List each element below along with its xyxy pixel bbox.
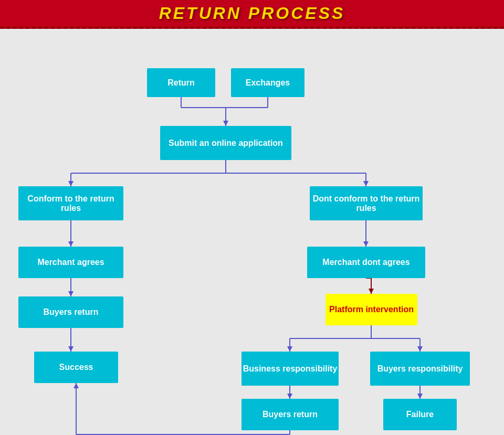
svg-marker-24 bbox=[223, 121, 228, 126]
svg-marker-25 bbox=[68, 181, 74, 186]
svg-marker-33 bbox=[417, 346, 423, 352]
svg-marker-32 bbox=[287, 346, 292, 352]
svg-marker-34 bbox=[287, 394, 292, 399]
svg-marker-31 bbox=[369, 289, 374, 294]
page-title: RETURN PROCESS bbox=[159, 4, 345, 23]
buyers-resp-box: Buyers responsibility bbox=[370, 352, 470, 386]
svg-marker-28 bbox=[68, 291, 74, 296]
success-box: Success bbox=[34, 352, 118, 383]
merchant-agrees-box: Merchant agrees bbox=[18, 247, 123, 278]
svg-marker-26 bbox=[363, 181, 369, 186]
svg-marker-30 bbox=[363, 241, 369, 247]
svg-marker-27 bbox=[68, 241, 74, 247]
merchant-dont-box: Merchant dont agrees bbox=[307, 247, 425, 278]
main-container: RETURN PROCESS bbox=[0, 0, 504, 435]
not-conform-box: Dont conform to the return rules bbox=[310, 186, 423, 220]
buyers-return-mid-box: Buyers return bbox=[242, 399, 339, 430]
submit-box: Submit an online application bbox=[160, 126, 291, 160]
buyers-return-left-box: Buyers return bbox=[18, 296, 123, 328]
conform-box: Conform to the return rules bbox=[18, 186, 123, 220]
svg-marker-23 bbox=[74, 383, 79, 388]
failure-box: Failure bbox=[383, 399, 457, 430]
exchanges-box: Exchanges bbox=[231, 68, 304, 97]
return-box: Return bbox=[147, 68, 215, 97]
header: RETURN PROCESS bbox=[0, 0, 504, 29]
business-resp-box: Business responsibility bbox=[242, 352, 339, 386]
svg-marker-29 bbox=[68, 346, 74, 352]
svg-marker-35 bbox=[417, 394, 423, 399]
platform-box: Platform intervention bbox=[326, 294, 417, 325]
diagram-area: Return Exchanges Submit an online applic… bbox=[0, 29, 504, 435]
